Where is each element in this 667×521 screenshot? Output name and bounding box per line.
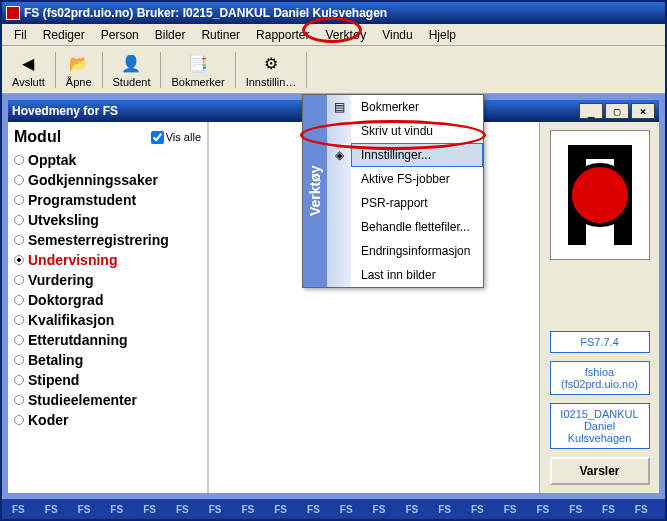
vis-alle-input[interactable] xyxy=(151,131,164,144)
svg-rect-5 xyxy=(586,180,614,210)
menu-verktoy[interactable]: Verktøy xyxy=(317,26,374,44)
titlebar: FS (fs02prd.uio.no) Bruker: I0215_DANKUL… xyxy=(2,2,665,24)
radio-icon xyxy=(14,195,24,205)
statusbar-item: FS xyxy=(461,504,494,515)
menu-rutiner[interactable]: Rutiner xyxy=(193,26,248,44)
radio-icon xyxy=(14,375,24,385)
radio-icon xyxy=(14,155,24,165)
module-item-label: Semesterregistrering xyxy=(28,232,169,248)
menu-fil[interactable]: Fil xyxy=(6,26,35,44)
inner-minimize-button[interactable]: _ xyxy=(579,103,603,119)
module-item-label: Doktorgrad xyxy=(28,292,103,308)
menu-person[interactable]: Person xyxy=(93,26,147,44)
fs-logo xyxy=(550,130,650,260)
module-item[interactable]: Undervisning xyxy=(14,250,201,270)
dropdown-item[interactable]: Skriv ut vindu xyxy=(327,119,483,143)
module-item-label: Koder xyxy=(28,412,68,428)
radio-icon xyxy=(14,175,24,185)
module-item[interactable]: Doktorgrad xyxy=(14,290,201,310)
dropdown-item[interactable]: Last inn bilder xyxy=(327,263,483,287)
bokmerker-icon: 📑 xyxy=(186,52,210,76)
module-item[interactable]: Utveksling xyxy=(14,210,201,230)
statusbar-item: FS xyxy=(395,504,428,515)
inner-close-button[interactable]: × xyxy=(631,103,655,119)
module-item[interactable]: Etterutdanning xyxy=(14,330,201,350)
statusbar-item: FS xyxy=(35,504,68,515)
statusbar-item: FS xyxy=(231,504,264,515)
menu-hjelp[interactable]: Hjelp xyxy=(421,26,464,44)
module-item[interactable]: Opptak xyxy=(14,150,201,170)
tool-avslutt[interactable]: ◀ Avslutt xyxy=(6,50,51,90)
tool-bokmerker[interactable]: 📑 Bokmerker xyxy=(165,50,230,90)
vis-alle-label: Vis alle xyxy=(166,131,201,143)
menu-rediger[interactable]: Rediger xyxy=(35,26,93,44)
toolbar-separator xyxy=(160,52,161,88)
dropdown-item-icon xyxy=(327,119,351,143)
module-item[interactable]: Programstudent xyxy=(14,190,201,210)
menu-vindu[interactable]: Vindu xyxy=(374,26,420,44)
varsler-button[interactable]: Varsler xyxy=(550,457,650,485)
dropdown-item-label: Bokmerker xyxy=(351,95,483,119)
statusbar-item: FS xyxy=(330,504,363,515)
dropdown-item-icon xyxy=(327,167,351,191)
statusbar-item: FS xyxy=(133,504,166,515)
menu-bilder[interactable]: Bilder xyxy=(147,26,194,44)
module-item-label: Studieelementer xyxy=(28,392,137,408)
module-item[interactable]: Godkjenningssaker xyxy=(14,170,201,190)
inner-maximize-button[interactable]: ▢ xyxy=(605,103,629,119)
menu-rapporter[interactable]: Rapporter xyxy=(248,26,317,44)
mdi-area: Hovedmeny for FS _ ▢ × Modul Vis alle Op… xyxy=(2,94,665,519)
radio-icon xyxy=(14,215,24,225)
vis-alle-checkbox[interactable]: Vis alle xyxy=(151,131,201,144)
student-icon: 👤 xyxy=(119,52,143,76)
module-item-label: Undervisning xyxy=(28,252,117,268)
tool-label: Avslutt xyxy=(12,76,45,88)
svg-rect-2 xyxy=(568,145,632,159)
module-item[interactable]: Kvalifikasjon xyxy=(14,310,201,330)
dropdown-item[interactable]: PSR-rapport xyxy=(327,191,483,215)
tool-student[interactable]: 👤 Student xyxy=(107,50,157,90)
statusbar-item: FS xyxy=(100,504,133,515)
tool-apne[interactable]: 📂 Åpne xyxy=(60,50,98,90)
toolbar-separator xyxy=(55,52,56,88)
tool-label: Bokmerker xyxy=(171,76,224,88)
statusbar-item: FS xyxy=(494,504,527,515)
version-box: FS7.7.4 xyxy=(550,331,650,353)
window-title: FS (fs02prd.uio.no) Bruker: I0215_DANKUL… xyxy=(24,6,387,20)
module-header: Modul Vis alle xyxy=(14,128,201,146)
dropdown-item[interactable]: ◈Innstillinger... xyxy=(327,143,483,167)
tool-label: Student xyxy=(113,76,151,88)
dropdown-item-icon xyxy=(327,263,351,287)
dropdown-item[interactable]: ▤Bokmerker xyxy=(327,95,483,119)
module-item-label: Etterutdanning xyxy=(28,332,128,348)
dropdown-item[interactable]: Endringsinformasjon xyxy=(327,239,483,263)
module-item-label: Kvalifikasjon xyxy=(28,312,114,328)
tool-label: Innstillin… xyxy=(246,76,297,88)
tool-innstillinger[interactable]: ⚙ Innstillin… xyxy=(240,50,303,90)
radio-icon xyxy=(14,335,24,345)
radio-icon xyxy=(14,295,24,305)
toolbar: ◀ Avslutt 📂 Åpne 👤 Student 📑 Bokmerker ⚙… xyxy=(2,46,665,94)
module-item[interactable]: Vurdering xyxy=(14,270,201,290)
radio-icon xyxy=(14,415,24,425)
dropdown-item[interactable]: Aktive FS-jobber xyxy=(327,167,483,191)
statusbar-item: FS xyxy=(68,504,101,515)
statusbar-item: FS xyxy=(264,504,297,515)
statusbar-item: FS xyxy=(199,504,232,515)
toolbar-separator xyxy=(235,52,236,88)
statusbar-item: FS xyxy=(166,504,199,515)
module-item[interactable]: Betaling xyxy=(14,350,201,370)
module-item[interactable]: Stipend xyxy=(14,370,201,390)
statusbar-item: FS xyxy=(559,504,592,515)
module-item[interactable]: Koder xyxy=(14,410,201,430)
dropdown-item[interactable]: Behandle flettefiler... xyxy=(327,215,483,239)
right-panel: FS7.7.4 fshioa (fs02prd.uio.no) I0215_DA… xyxy=(539,122,659,493)
module-item[interactable]: Semesterregistrering xyxy=(14,230,201,250)
module-item[interactable]: Studieelementer xyxy=(14,390,201,410)
module-item-label: Stipend xyxy=(28,372,79,388)
radio-icon xyxy=(14,395,24,405)
module-item-label: Godkjenningssaker xyxy=(28,172,158,188)
db-box: fshioa (fs02prd.uio.no) xyxy=(550,361,650,395)
statusbar-item: FS xyxy=(527,504,560,515)
module-item-label: Vurdering xyxy=(28,272,94,288)
